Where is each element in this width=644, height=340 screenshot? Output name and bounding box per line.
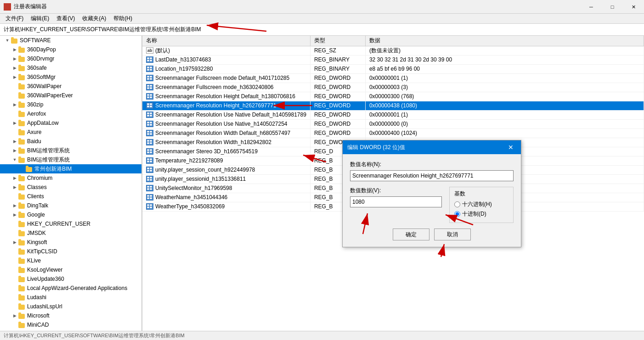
tree-item-360wallpaper[interactable]: 360WallPaper <box>0 82 141 91</box>
tree-item-kingsoft[interactable]: ▶ Kingsoft <box>0 238 141 247</box>
table-row[interactable]: Location_h1975932280REG_BINARYe8 a5 bf e… <box>142 64 644 73</box>
tree-item-changzhou[interactable]: 常州创新港BIM <box>0 164 141 173</box>
tree-toggle[interactable]: ▶ <box>11 203 18 208</box>
table-row[interactable]: Screenmanager Resolution Height Default_… <box>142 92 644 101</box>
tree-item-360softmgr[interactable]: ▶ 360SoftMgr <box>0 72 141 82</box>
tree-toggle[interactable]: ▶ <box>11 139 18 144</box>
tree-label: MiniCAD <box>27 322 49 328</box>
table-row[interactable]: Screenmanager Resolution Use Native Defa… <box>142 110 644 119</box>
ok-button[interactable]: 确定 <box>393 229 429 240</box>
tree-item-360daypop[interactable]: ▶ 360DayPop <box>0 45 141 54</box>
tree-item-kittipcls[interactable]: KitTipCLSID <box>0 247 141 256</box>
col-header-name: 名称 <box>142 36 310 46</box>
table-row[interactable]: LastDate_h313074683REG_BINARY32 30 32 31… <box>142 55 644 64</box>
tree-item-appdatalow[interactable]: ▶ AppDataLow <box>0 118 141 128</box>
tree-toggle[interactable]: ▶ <box>11 47 18 52</box>
tree-toggle[interactable]: ▼ <box>11 157 18 162</box>
main-area: ▼ SOFTWARE ▶ 360DayPop ▶ 360Drvmgr ▶ 360… <box>0 36 644 331</box>
reg-name-cell: Temperature_h2219278089 <box>142 156 310 165</box>
svg-rect-59 <box>150 188 152 190</box>
svg-rect-11 <box>150 78 152 80</box>
tree-toggle[interactable]: ▶ <box>11 176 18 180</box>
hex-label: 十六进制(H) <box>462 201 492 208</box>
svg-rect-15 <box>150 87 152 89</box>
tree-toggle[interactable]: ▶ <box>11 185 18 190</box>
tree-item-classes[interactable]: ▶ Classes <box>0 183 141 192</box>
tree-label: Baidu <box>27 138 41 145</box>
maximize-button[interactable]: □ <box>602 0 623 14</box>
tree-item-microsoft[interactable]: ▶ Microsoft <box>0 311 141 320</box>
tree-item-minicad[interactable]: MiniCAD <box>0 320 141 329</box>
tree-item-jmsdk[interactable]: JMSDK <box>0 229 141 238</box>
tree-item-360wallpaperever[interactable]: 360WallPaperEver <box>0 91 141 100</box>
svg-rect-49 <box>150 167 152 169</box>
table-row[interactable]: ab(默认)REG_SZ(数值未设置) <box>142 46 644 55</box>
table-row[interactable]: Screenmanager Fullscreen mode_h363024080… <box>142 83 644 92</box>
table-row[interactable]: Screenmanager Resolution Height_h2627697… <box>142 101 644 110</box>
tree-toggle[interactable]: ▶ <box>11 313 18 318</box>
grid-icon <box>146 185 153 191</box>
reg-data-cell: 0x00000001 (1) <box>365 110 644 119</box>
reg-data-cell: 0x00000003 (3) <box>365 83 644 92</box>
grid-icon <box>146 75 153 81</box>
tree-item-localapp[interactable]: Local AppWizard-Generated Applications <box>0 284 141 293</box>
tree-label: KsoLogViewer <box>27 267 62 273</box>
grid-icon <box>146 176 153 182</box>
base-section: 基数 十六进制(H) 十进制(D) <box>449 187 514 223</box>
folder-icon <box>18 138 26 145</box>
tree-item-ludashi[interactable]: Ludashi <box>0 293 141 302</box>
tree-item-ludashilsp[interactable]: LudashiLspUrl <box>0 302 141 311</box>
tree-item-bim1[interactable]: ▶ BIM运维管理系统 <box>0 146 141 155</box>
tree-item-aerofox[interactable]: Aerofox <box>0 109 141 118</box>
tree-item-clients[interactable]: Clients <box>0 192 141 201</box>
tree-toggle[interactable]: ▶ <box>11 66 18 70</box>
tree-item-liveupdate[interactable]: LiveUpdate360 <box>0 274 141 284</box>
tree-item-baidu[interactable]: ▶ Baidu <box>0 137 141 146</box>
close-button[interactable]: ✕ <box>623 0 644 14</box>
dialog-close-button[interactable]: ✕ <box>505 142 516 153</box>
tree-toggle[interactable]: ▶ <box>11 240 18 245</box>
tree-item-klive[interactable]: KLive <box>0 256 141 265</box>
svg-rect-2 <box>147 60 149 61</box>
tree-toggle[interactable]: ▼ <box>4 38 11 43</box>
status-text: 计算机\HKEY_CURRENT_USER\SOFTWARE\BIM运维管理系统… <box>4 332 185 339</box>
name-input[interactable] <box>350 170 514 181</box>
menu-favorites[interactable]: 收藏夹(A) <box>79 14 110 23</box>
tree-label: 360WallPaperEver <box>27 92 73 99</box>
menu-help[interactable]: 帮助(H) <box>110 14 136 23</box>
tree-item-360safe[interactable]: ▶ 360safe <box>0 63 141 72</box>
menu-file[interactable]: 文件(F) <box>2 14 27 23</box>
dec-radio-row: 十进制(D) <box>454 210 508 218</box>
cancel-button[interactable]: 取消 <box>434 229 471 240</box>
menu-view[interactable]: 查看(V) <box>53 14 79 23</box>
data-input[interactable] <box>350 196 442 207</box>
folder-icon <box>18 147 26 154</box>
dec-radio[interactable] <box>454 211 460 217</box>
tree-toggle[interactable]: ▶ <box>11 75 18 79</box>
tree-item-hkcu[interactable]: HKEY_CURRENT_USER <box>0 219 141 229</box>
table-row[interactable]: Screenmanager Resolution Use Native_h140… <box>142 119 644 128</box>
table-row[interactable]: Screenmanager Resolution Width Default_h… <box>142 128 644 138</box>
grid-icon <box>146 130 153 136</box>
tree-item-axure[interactable]: Axure <box>0 128 141 137</box>
menu-edit[interactable]: 编辑(E) <box>27 14 53 23</box>
tree-toggle[interactable]: ▶ <box>11 212 18 217</box>
tree-item-360zip[interactable]: ▶ 360zip <box>0 100 141 109</box>
hex-radio[interactable] <box>454 201 460 207</box>
tree-item-google[interactable]: ▶ Google <box>0 210 141 219</box>
grid-icon <box>146 111 153 118</box>
tree-toggle[interactable]: ▶ <box>11 56 18 61</box>
tree-toggle[interactable]: ▶ <box>11 121 18 125</box>
tree-item-software[interactable]: ▼ SOFTWARE <box>0 36 141 45</box>
folder-icon <box>18 212 26 218</box>
tree-toggle[interactable]: ▶ <box>11 102 18 107</box>
minimize-button[interactable]: ─ <box>581 0 602 14</box>
tree-item-360drvmgr[interactable]: ▶ 360Drvmgr <box>0 54 141 63</box>
table-row[interactable]: Screenmanager Fullscreen mode Default_h4… <box>142 73 644 83</box>
svg-rect-66 <box>147 206 149 208</box>
tree-item-dingtalk[interactable]: ▶ DingTalk <box>0 201 141 210</box>
tree-item-chromium[interactable]: ▶ Chromium <box>0 173 141 183</box>
tree-toggle[interactable]: ▶ <box>11 148 18 153</box>
tree-item-ksologviewer[interactable]: KsoLogViewer <box>0 265 141 274</box>
tree-item-bim2[interactable]: ▼ BIM运维管理系统 <box>0 155 141 164</box>
